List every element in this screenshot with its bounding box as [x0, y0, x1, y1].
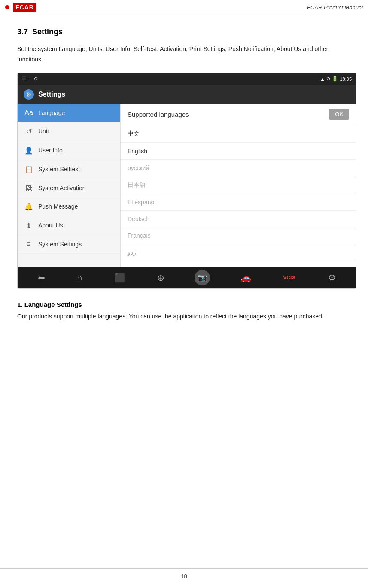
sidebar-label-activation: System Activation	[38, 185, 86, 191]
list-item[interactable]: 中文	[121, 125, 356, 143]
sidebar-item-about-us[interactable]: ℹ About Us	[18, 216, 120, 235]
sidebar-item-push-message[interactable]: 🔔 Push Message	[18, 197, 120, 216]
sidebar-label-language: Language	[38, 109, 65, 116]
panel-title: Supported languages	[128, 111, 189, 118]
activation-icon: 🖼	[24, 184, 33, 192]
about-icon: ℹ	[24, 221, 33, 230]
sidebar-label-system-settings: System Settings	[38, 241, 82, 248]
device-right-panel: Supported languages OK 中文 English русски…	[121, 104, 356, 267]
language-icon: Aa	[24, 109, 33, 117]
device-main: Aa Language ↺ Unit 👤 User Info 📋 System …	[18, 104, 356, 267]
sidebar-item-user-info[interactable]: 👤 User Info	[18, 141, 120, 160]
device-topbar: ☰ ↑ ⊕ ▲ ⊙ 🔋 18:05	[18, 73, 356, 85]
list-item[interactable]: English	[121, 143, 356, 160]
user-info-icon: 👤	[24, 146, 33, 155]
gear-icon[interactable]: ⚙	[326, 271, 338, 285]
camera-icon[interactable]: 📷	[195, 270, 210, 285]
section-heading: 3.7 Settings	[17, 27, 351, 36]
topbar-time: 18:05	[340, 76, 352, 82]
language-section-body: Our products support multiple languages.…	[17, 312, 351, 322]
intro-text: Set the system Language, Units, User Inf…	[17, 44, 351, 65]
sidebar-label-push: Push Message	[38, 203, 78, 210]
sidebar-item-unit[interactable]: ↺ Unit	[18, 122, 120, 141]
back-icon[interactable]: ⬅	[36, 271, 47, 285]
sidebar-label-selftest: System Selftest	[38, 166, 80, 173]
list-item[interactable]: El español	[121, 194, 356, 211]
ok-button[interactable]: OK	[329, 109, 349, 120]
section-number: 3.7	[17, 27, 28, 36]
system-settings-icon: ≡	[24, 240, 33, 248]
language-list: 中文 English русский 日本語 El español Deutsc…	[121, 125, 356, 267]
list-item[interactable]: اردو	[121, 244, 356, 261]
selftest-icon: 📋	[24, 165, 33, 173]
logo: FCAR	[5, 3, 36, 12]
page-footer: 18	[0, 568, 368, 579]
list-item[interactable]: русский	[121, 160, 356, 176]
home-icon[interactable]: ⌂	[76, 271, 84, 284]
settings-gear-icon: ⚙	[24, 89, 34, 100]
list-item[interactable]: Deutsch	[121, 211, 356, 227]
topbar-icon-up: ↑	[29, 76, 31, 82]
sidebar-item-language[interactable]: Aa Language	[18, 104, 120, 122]
list-item[interactable]: Français	[121, 227, 356, 244]
list-item[interactable]: 한국어	[121, 261, 356, 267]
page-number: 18	[181, 573, 187, 579]
sidebar-item-system-settings[interactable]: ≡ System Settings	[18, 235, 120, 254]
topbar-icon-add: ⊕	[34, 76, 38, 82]
screen-icon[interactable]: ⬛	[113, 271, 127, 285]
device-titlebar: ⚙ Settings	[18, 85, 356, 104]
topbar-battery-icon: 🔋	[332, 76, 338, 82]
language-section-heading: 1. Language Settings	[17, 301, 351, 308]
device-sidebar: Aa Language ↺ Unit 👤 User Info 📋 System …	[18, 104, 121, 267]
titlebar-settings-label: Settings	[38, 91, 65, 98]
topbar-left: ☰ ↑ ⊕	[22, 76, 38, 82]
page-header: FCAR FCAR Product Manual	[0, 0, 368, 15]
logo-dot	[5, 5, 9, 9]
push-icon: 🔔	[24, 203, 33, 211]
sidebar-label-about: About Us	[38, 222, 63, 229]
list-item[interactable]: 日本語	[121, 176, 356, 194]
target-icon[interactable]: ⊕	[155, 271, 166, 285]
language-section: 1. Language Settings Our products suppor…	[17, 301, 351, 322]
sidebar-label-unit: Unit	[38, 128, 49, 135]
topbar-icon-menu: ☰	[22, 76, 26, 82]
page-content: 3.7 Settings Set the system Language, Un…	[0, 15, 368, 339]
sidebar-item-system-activation[interactable]: 🖼 System Activation	[18, 179, 120, 197]
device-screenshot: ☰ ↑ ⊕ ▲ ⊙ 🔋 18:05 ⚙ Settings Aa Language	[17, 73, 356, 289]
device-bottombar: ⬅ ⌂ ⬛ ⊕ 📷 🚗 VCI✕ ⚙	[18, 267, 356, 288]
section-title: Settings	[32, 27, 63, 36]
topbar-signal-icon: ▲	[320, 76, 325, 82]
unit-icon: ↺	[24, 127, 33, 136]
sidebar-label-user-info: User Info	[38, 147, 63, 154]
panel-header: Supported languages OK	[121, 104, 356, 125]
vci-icon[interactable]: VCI✕	[281, 273, 298, 282]
topbar-wifi-icon: ⊙	[326, 76, 330, 82]
header-title: FCAR Product Manual	[307, 4, 363, 11]
topbar-right: ▲ ⊙ 🔋 18:05	[320, 76, 352, 82]
sidebar-item-system-selftest[interactable]: 📋 System Selftest	[18, 160, 120, 179]
logo-text: FCAR	[13, 3, 36, 12]
car-icon[interactable]: 🚗	[239, 271, 253, 285]
